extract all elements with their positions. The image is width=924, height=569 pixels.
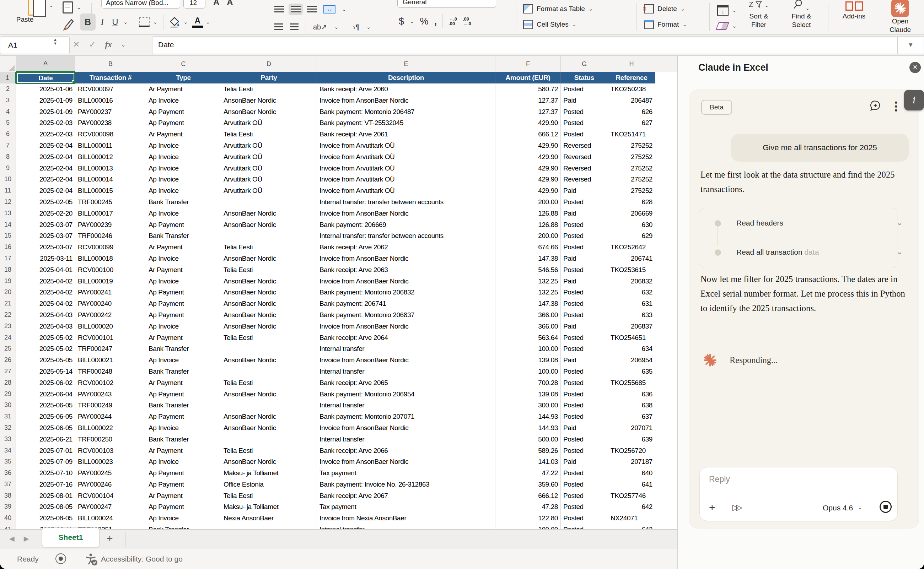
cell-type[interactable]: Ap Invoice <box>146 208 221 219</box>
cell-type[interactable]: Ap Payment <box>146 411 221 423</box>
cell-type[interactable]: Ap Invoice <box>146 422 221 434</box>
cell-reference[interactable]: 637 <box>608 411 655 423</box>
cell-type[interactable]: Ap Invoice <box>146 354 221 366</box>
cell-party[interactable] <box>221 343 317 355</box>
row-number[interactable]: 30 <box>0 400 16 411</box>
cell-amount[interactable]: 127.37 <box>496 95 561 106</box>
copy-chevron[interactable]: ⌄ <box>77 4 81 11</box>
cell-description[interactable]: Bank receipt: Arve 2066 <box>317 445 496 457</box>
cell-reference[interactable]: 206954 <box>608 354 655 366</box>
cell-type[interactable]: Bank Transfer <box>146 196 221 208</box>
cell-amount[interactable]: 147.38 <box>496 253 561 265</box>
cell-status[interactable]: Posted <box>561 434 608 446</box>
cell-description[interactable]: Bank receipt: Arve 2065 <box>317 377 496 389</box>
cell-party[interactable]: Maksu- ja Tolliamet <box>221 467 317 479</box>
cell-type[interactable]: Ar Payment <box>146 84 221 95</box>
cell-status[interactable]: Posted <box>561 264 608 276</box>
cell-description[interactable]: Invoice from Nexia AnsonBaer <box>317 513 496 524</box>
cell-transaction[interactable]: BILL000016 <box>75 95 146 106</box>
cell-empty[interactable] <box>655 490 677 502</box>
row-number[interactable]: 4 <box>0 106 16 118</box>
row-number[interactable]: 28 <box>0 377 16 389</box>
cell-type[interactable]: Bank Transfer <box>146 434 221 446</box>
cell-date[interactable]: 2025-02-04 <box>16 185 75 197</box>
cell-empty[interactable] <box>655 208 677 219</box>
cell-transaction[interactable]: RCV000097 <box>75 84 146 95</box>
cell-status[interactable]: Posted <box>561 400 608 411</box>
cell-empty[interactable] <box>655 140 677 152</box>
cell-empty[interactable] <box>655 524 677 529</box>
cell-type[interactable]: Ap Invoice <box>146 185 221 197</box>
cell-amount[interactable]: 563.64 <box>496 332 561 344</box>
cell-empty[interactable] <box>655 332 677 344</box>
cell-transaction[interactable]: RCV000099 <box>75 242 146 253</box>
cell-transaction[interactable]: BILL000012 <box>75 151 146 163</box>
next-sheet-icon[interactable]: ▶ <box>24 535 38 542</box>
cell-empty[interactable] <box>655 174 677 186</box>
orientation-chevron[interactable]: ⌄ <box>334 24 338 30</box>
cell-description[interactable]: Tax payment <box>317 467 496 479</box>
comma-format-icon[interactable]: , <box>434 16 437 27</box>
row-number[interactable]: 32 <box>0 422 16 434</box>
cell-description[interactable]: Bank payment: Montonio 206487 <box>317 106 496 118</box>
clear-chevron[interactable]: ⌄ <box>732 23 737 29</box>
cell-party[interactable]: AnsonBaer Nordic <box>221 219 317 231</box>
row-number[interactable]: 18 <box>0 264 16 276</box>
cell-transaction[interactable]: BILL000018 <box>75 253 146 265</box>
cell-transaction[interactable]: TRF000249 <box>75 400 146 411</box>
cell-empty[interactable] <box>655 129 677 140</box>
font-grow-shrink-icons[interactable]: A A <box>213 0 236 7</box>
cell-empty[interactable] <box>655 72 677 84</box>
cell-transaction[interactable]: TRF000246 <box>75 230 146 242</box>
cell-status[interactable]: Posted <box>561 377 608 389</box>
cell-amount[interactable]: 429.90 <box>496 117 561 129</box>
cell-description[interactable]: Internal transfer <box>317 366 496 377</box>
header-cell[interactable]: Party <box>221 72 317 84</box>
cell-type[interactable]: Ap Invoice <box>146 513 221 524</box>
cell-status[interactable]: Posted <box>561 129 608 140</box>
cell-transaction[interactable]: PAY000237 <box>75 106 146 118</box>
name-box[interactable]: A1 <box>0 36 70 54</box>
cell-date[interactable]: 2025-06-05 <box>16 400 75 411</box>
cell-transaction[interactable]: BILL000022 <box>75 422 146 434</box>
cell-transaction[interactable]: PAY000239 <box>75 219 146 231</box>
cell-amount[interactable]: 147.38 <box>496 298 561 310</box>
cell-transaction[interactable]: RCV000101 <box>75 332 146 344</box>
cell-empty[interactable] <box>655 264 677 276</box>
row-number[interactable]: 23 <box>0 321 16 332</box>
cell-empty[interactable] <box>655 253 677 265</box>
open-claude-button[interactable]: OpenClaude <box>881 0 920 34</box>
row-number[interactable]: 25 <box>0 343 16 355</box>
cell-transaction[interactable]: BILL000014 <box>75 174 146 186</box>
row-number[interactable]: 39 <box>0 501 16 513</box>
cell-reference[interactable]: NX24071 <box>608 513 655 524</box>
cell-type[interactable]: Ar Payment <box>146 445 221 457</box>
cell-status[interactable]: Posted <box>561 479 608 490</box>
cell-party[interactable]: Telia Eesti <box>221 129 317 140</box>
cell-status[interactable]: Paid <box>561 456 608 468</box>
cell-amount[interactable]: 366.00 <box>496 309 561 321</box>
cell-empty[interactable] <box>655 456 677 468</box>
font-name-select[interactable]: Aptos Narrow (Bod... <box>101 0 180 9</box>
cell-party[interactable]: Arvutitark OÜ <box>221 174 317 186</box>
cell-description[interactable]: Invoice from Arvutitark OÜ <box>317 185 496 197</box>
column-header-i[interactable] <box>655 56 677 72</box>
cell-reference[interactable]: 207071 <box>608 422 655 434</box>
cell-status[interactable]: Posted <box>561 332 608 344</box>
row-number[interactable]: 17 <box>0 253 16 265</box>
cell-party[interactable]: Nexia AnsonBaer <box>221 513 317 524</box>
cell-amount[interactable]: 139.08 <box>496 389 561 400</box>
cell-status[interactable]: Posted <box>561 343 608 355</box>
column-header-c[interactable]: C <box>146 56 221 72</box>
cell-status[interactable]: Posted <box>561 389 608 400</box>
row-number[interactable]: 15 <box>0 230 16 242</box>
row-number[interactable]: 11 <box>0 185 16 197</box>
cell-party[interactable] <box>221 366 317 377</box>
cell-amount[interactable]: 132.25 <box>496 275 561 288</box>
find-select-button[interactable]: ⌄ Find &Select <box>782 0 821 29</box>
cell-date[interactable]: 2025-06-02 <box>16 377 75 389</box>
cell-amount[interactable]: 47.22 <box>496 467 561 479</box>
cell-party[interactable]: AnsonBaer Nordic <box>221 309 317 321</box>
cell-party[interactable]: AnsonBaer Nordic <box>221 106 317 118</box>
cell-reference[interactable]: 638 <box>608 400 655 411</box>
